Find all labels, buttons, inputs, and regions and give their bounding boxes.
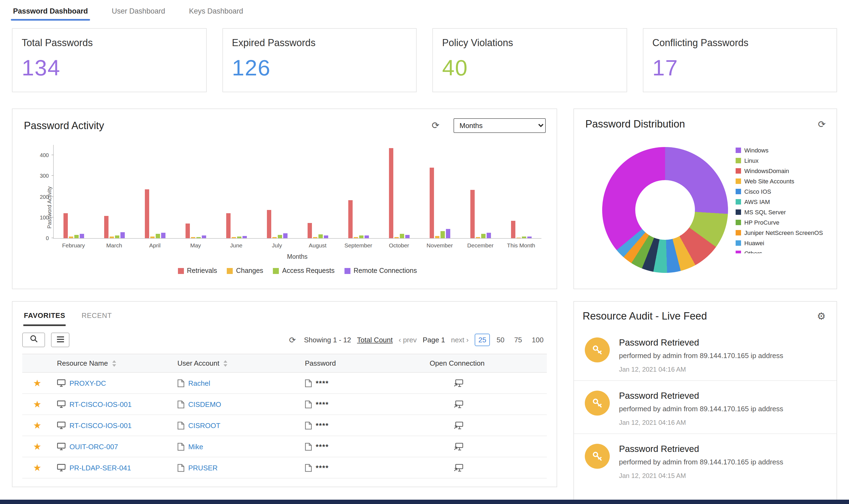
key-icon: [591, 397, 603, 409]
masked-password: ****: [316, 443, 329, 451]
account-link[interactable]: Rachel: [188, 379, 210, 387]
donut-legend-item-linux: Linux: [736, 155, 832, 165]
open-connection-icon[interactable]: [453, 421, 464, 429]
resource-link[interactable]: RT-CISCO-IOS-001: [69, 400, 131, 408]
column-header-password: Password: [301, 359, 425, 367]
legend-item-access-requests: Access Requests: [273, 267, 335, 274]
tab-password-dashboard[interactable]: Password Dashboard: [12, 0, 89, 21]
favorites-tab-recent[interactable]: RECENT: [81, 309, 112, 326]
resource-link[interactable]: RT-CISCO-IOS-001: [69, 421, 131, 429]
changes-bar: [150, 236, 155, 238]
account-link[interactable]: PRUSER: [188, 464, 218, 472]
donut-legend: WindowsLinuxWindowsDomainWeb Site Accoun…: [736, 145, 832, 253]
retrievals-bar: [185, 224, 190, 238]
donut-legend-item-juniper-netscreen-screenos: Juniper NetScreen ScreenOS: [736, 227, 832, 238]
next-page-button[interactable]: next ›: [451, 336, 469, 344]
audit-feed: Password Retrievedperformed by admin fro…: [574, 328, 836, 487]
bar-chart-plot: 0100200300400: [53, 145, 541, 239]
star-icon[interactable]: ★: [33, 463, 41, 472]
access-requests-bar: [237, 236, 241, 238]
bar-group-december: [460, 145, 501, 238]
stat-title: Conflicting Passwords: [652, 37, 836, 49]
resource-link[interactable]: OUIT-ORC-007: [69, 443, 118, 451]
total-count-link[interactable]: Total Count: [357, 336, 393, 344]
resource-link[interactable]: PR-LDAP-SER-041: [69, 464, 131, 472]
star-icon[interactable]: ★: [33, 399, 41, 409]
open-connection-cell: [425, 421, 547, 429]
gear-icon[interactable]: ⚙: [817, 311, 826, 321]
password-activity-title: Password Activity: [24, 120, 104, 131]
feed-timestamp: Jan 12, 2021 04:16 AM: [619, 419, 783, 427]
access-requests-bar: [196, 237, 201, 238]
account-link[interactable]: Mike: [188, 443, 203, 451]
key-icon: [591, 344, 603, 356]
donut-legend-label: Web Site Accounts: [744, 178, 794, 184]
resource-link[interactable]: PROXY-DC: [69, 379, 106, 387]
x-tick-label: March: [94, 242, 134, 249]
y-axis-label: Password Activity: [47, 177, 52, 237]
account-link[interactable]: CISDEMO: [188, 400, 221, 408]
donut-legend-label: Cisco IOS: [744, 188, 771, 195]
legend-item-changes: Changes: [227, 267, 263, 274]
account-link[interactable]: CISROOT: [188, 421, 220, 429]
prev-page-button[interactable]: ‹ prev: [399, 336, 417, 344]
refresh-icon[interactable]: ⟳: [289, 336, 296, 344]
feed-title: Password Retrieved: [619, 391, 783, 401]
refresh-icon[interactable]: ⟳: [432, 121, 440, 130]
changes-bar: [475, 237, 480, 238]
sort-icon: [112, 360, 116, 366]
refresh-icon[interactable]: ⟳: [818, 120, 826, 129]
search-button[interactable]: [22, 332, 45, 347]
changes-bar: [354, 237, 358, 238]
table-row: ★RT-CISCO-IOS-001CISROOT****: [22, 415, 547, 436]
open-connection-icon[interactable]: [453, 400, 464, 408]
page-size-50[interactable]: 50: [493, 334, 508, 346]
donut-legend-label: MS SQL Server: [744, 209, 786, 215]
changes-bar: [272, 237, 277, 238]
column-header-user-account[interactable]: User Account: [173, 359, 301, 367]
stat-value: 134: [22, 55, 206, 81]
open-connection-icon[interactable]: [453, 379, 464, 387]
tab-keys-dashboard[interactable]: Keys Dashboard: [188, 0, 245, 21]
resource-audit-panel: Resource Audit - Live Feed ⚙ Password Re…: [573, 301, 837, 504]
feed-detail: performed by admin from 89.144.170.165 i…: [619, 405, 783, 413]
donut-legend-item-aws-iam: AWS IAM: [736, 196, 832, 207]
bar-group-april: [135, 145, 176, 238]
page-size-selector: 255075100: [475, 334, 547, 346]
changes-bar: [69, 236, 73, 238]
legend-item-remote-connections: Remote Connections: [344, 267, 417, 274]
monitor-icon: [57, 443, 66, 450]
donut-legend-label: AWS IAM: [744, 198, 770, 205]
x-tick-label: December: [460, 242, 501, 249]
main-tabs: Password DashboardUser DashboardKeys Das…: [12, 0, 244, 21]
y-tick-label: 200: [40, 194, 49, 200]
donut-legend-item-windowsdomain: WindowsDomain: [736, 165, 832, 176]
favorite-star-cell: ★: [22, 378, 53, 388]
stat-card-total-passwords: Total Passwords134: [12, 28, 206, 92]
donut-legend-swatch: [736, 168, 741, 173]
favorites-panel: FAVORITESRECENT ⟳ Sh: [12, 301, 557, 487]
tab-user-dashboard[interactable]: User Dashboard: [111, 0, 166, 21]
column-header-resource-name[interactable]: Resource Name: [53, 359, 173, 367]
period-select[interactable]: Months: [453, 118, 546, 133]
star-icon[interactable]: ★: [33, 442, 41, 451]
legend-label: Retrievals: [187, 267, 217, 274]
access-requests-bar: [359, 235, 363, 238]
chevron-right-icon: ›: [466, 336, 469, 344]
star-icon[interactable]: ★: [33, 421, 41, 430]
account-cell: PRUSER: [173, 464, 301, 472]
page-size-25[interactable]: 25: [475, 334, 490, 346]
star-icon[interactable]: ★: [33, 378, 41, 388]
password-cell: ****: [301, 400, 425, 408]
list-view-button[interactable]: [51, 332, 69, 347]
donut-legend-label: Windows: [744, 147, 769, 153]
showing-text: Showing 1 - 12: [304, 336, 351, 344]
favorites-tab-favorites[interactable]: FAVORITES: [23, 309, 66, 326]
x-axis-labels: FebruaryMarchAprilMayJuneJulyAugustSepte…: [53, 242, 541, 249]
donut-legend-swatch: [736, 199, 741, 204]
open-connection-icon[interactable]: [453, 464, 464, 472]
open-connection-icon[interactable]: [453, 443, 464, 451]
page-size-100[interactable]: 100: [529, 334, 547, 346]
stat-value: 17: [652, 55, 836, 81]
page-size-75[interactable]: 75: [511, 334, 525, 346]
